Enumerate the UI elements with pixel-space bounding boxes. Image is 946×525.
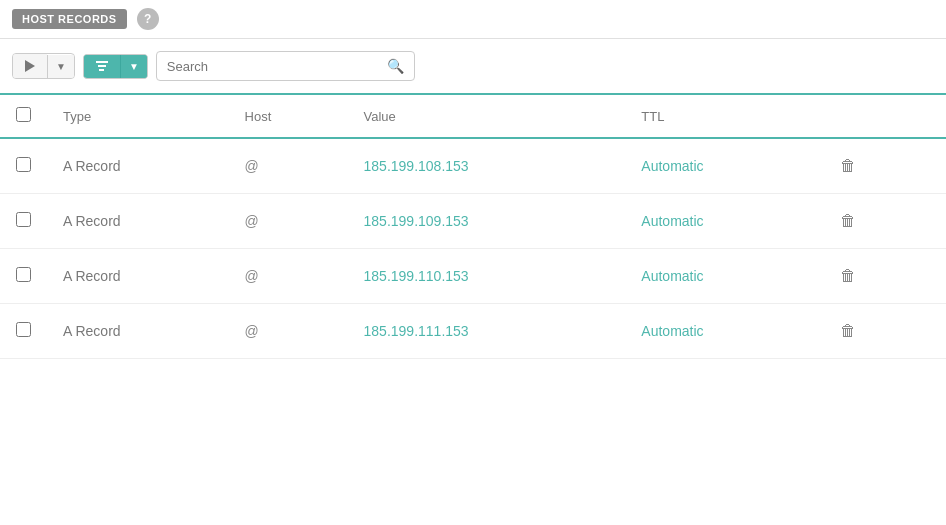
delete-button-1[interactable]: 🗑 (832, 208, 864, 234)
search-box: 🔍 (156, 51, 415, 81)
table-row: A Record @ 185.199.110.153 Automatic 🗑 (0, 249, 946, 304)
row-ttl: Automatic (625, 138, 816, 194)
row-checkbox-cell (0, 249, 47, 304)
toolbar: ▼ ▼ 🔍 (0, 39, 946, 95)
row-host: @ (229, 194, 348, 249)
select-all-checkbox[interactable] (16, 107, 31, 122)
filter-btn-group: ▼ (83, 54, 148, 79)
play-icon (25, 60, 35, 72)
row-checkbox-cell (0, 194, 47, 249)
row-checkbox-cell (0, 304, 47, 359)
column-ttl: TTL (625, 95, 816, 138)
search-button[interactable]: 🔍 (377, 52, 414, 80)
table-row: A Record @ 185.199.109.153 Automatic 🗑 (0, 194, 946, 249)
records-table: Type Host Value TTL A Record @ 185.199.1… (0, 95, 946, 359)
delete-button-0[interactable]: 🗑 (832, 153, 864, 179)
filter-icon (96, 61, 108, 71)
row-value: 185.199.108.153 (348, 138, 626, 194)
table-row: A Record @ 185.199.108.153 Automatic 🗑 (0, 138, 946, 194)
trash-icon: 🗑 (840, 267, 856, 284)
search-icon: 🔍 (387, 58, 404, 74)
row-value: 185.199.109.153 (348, 194, 626, 249)
row-ttl: Automatic (625, 194, 816, 249)
row-actions: 🗑 (816, 304, 946, 359)
row-host: @ (229, 304, 348, 359)
header-checkbox-cell (0, 95, 47, 138)
search-input[interactable] (157, 53, 377, 80)
row-type: A Record (47, 249, 229, 304)
table-row: A Record @ 185.199.111.153 Automatic 🗑 (0, 304, 946, 359)
row-checkbox-2[interactable] (16, 267, 31, 282)
help-icon[interactable]: ? (137, 8, 159, 30)
column-actions (816, 95, 946, 138)
trash-icon: 🗑 (840, 212, 856, 229)
play-dropdown-arrow[interactable]: ▼ (47, 55, 74, 78)
play-btn-group: ▼ (12, 53, 75, 79)
row-host: @ (229, 249, 348, 304)
row-type: A Record (47, 138, 229, 194)
column-host: Host (229, 95, 348, 138)
column-type: Type (47, 95, 229, 138)
row-actions: 🗑 (816, 138, 946, 194)
row-type: A Record (47, 194, 229, 249)
host-records-badge: HOST RECORDS (12, 9, 127, 29)
play-button[interactable] (13, 54, 47, 78)
column-value: Value (348, 95, 626, 138)
row-checkbox-1[interactable] (16, 212, 31, 227)
row-value: 185.199.111.153 (348, 304, 626, 359)
filter-button[interactable] (84, 55, 120, 77)
chevron-down-icon: ▼ (56, 61, 66, 72)
filter-chevron-icon: ▼ (129, 61, 139, 72)
row-type: A Record (47, 304, 229, 359)
row-ttl: Automatic (625, 304, 816, 359)
row-ttl: Automatic (625, 249, 816, 304)
trash-icon: 🗑 (840, 157, 856, 174)
table-header-row: Type Host Value TTL (0, 95, 946, 138)
filter-dropdown-arrow[interactable]: ▼ (120, 55, 147, 78)
header-bar: HOST RECORDS ? (0, 0, 946, 39)
delete-button-2[interactable]: 🗑 (832, 263, 864, 289)
row-actions: 🗑 (816, 194, 946, 249)
row-value: 185.199.110.153 (348, 249, 626, 304)
delete-button-3[interactable]: 🗑 (832, 318, 864, 344)
row-checkbox-0[interactable] (16, 157, 31, 172)
row-host: @ (229, 138, 348, 194)
trash-icon: 🗑 (840, 322, 856, 339)
row-actions: 🗑 (816, 249, 946, 304)
row-checkbox-cell (0, 138, 47, 194)
row-checkbox-3[interactable] (16, 322, 31, 337)
